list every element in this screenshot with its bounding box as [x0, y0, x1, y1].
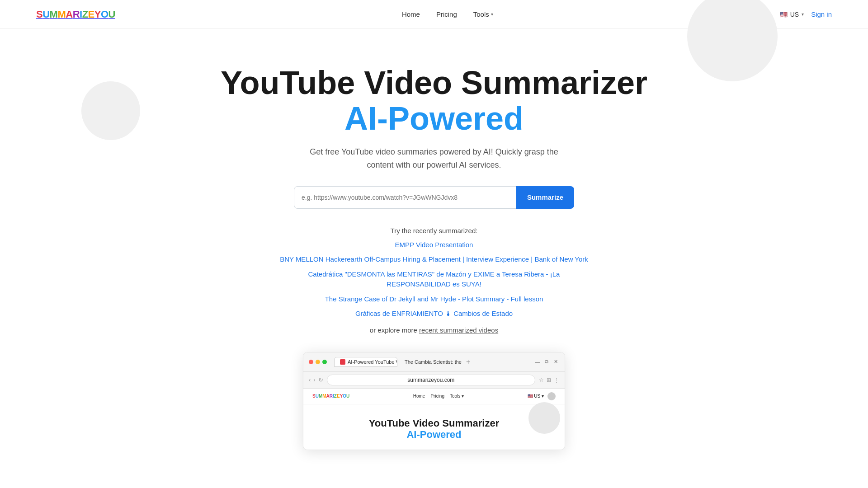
logo-letter-e: E: [88, 9, 94, 20]
maximize-window-button[interactable]: [322, 360, 327, 364]
recent-link-1[interactable]: EMPP Video Presentation: [395, 241, 473, 249]
hero-subtitle: Get free YouTube video summaries powered…: [307, 145, 561, 172]
mini-avatar: [547, 392, 556, 400]
list-item: Catedrática "DESMONTA las MENTIRAS" de M…: [276, 269, 592, 290]
forward-button[interactable]: ›: [313, 376, 315, 383]
signin-button[interactable]: Sign in: [811, 10, 832, 18]
hero-section: YouTube Video Summarizer AI-Powered Get …: [0, 29, 868, 468]
list-item: EMPP Video Presentation: [276, 240, 592, 250]
url-input[interactable]: [294, 186, 516, 209]
browser-minimize-icon[interactable]: —: [534, 358, 541, 366]
browser-action-icons: ☆ ⊞ ⋮: [539, 377, 559, 383]
recently-label: Try the recently summarized:: [276, 227, 592, 235]
list-item: Gráficas de ENFRIAMIENTO 🌡 Cambios de Es…: [276, 309, 592, 319]
logo-letter-m: M: [50, 9, 58, 20]
mini-hero-section: YouTube Video Summarizer AI-Powered: [303, 404, 565, 450]
hero-title: YouTube Video Summarizer AI-Powered: [18, 65, 850, 136]
search-container: Summarize: [294, 186, 574, 209]
new-tab-button[interactable]: +: [466, 358, 470, 366]
nav-tools-label: Tools: [473, 10, 489, 18]
logo[interactable]: SUMMARIZEYOU: [36, 9, 115, 20]
nav-right: 🇺🇸 US ▾ Sign in: [780, 10, 832, 18]
browser-menu-icon[interactable]: ⋮: [554, 377, 559, 383]
list-item: The Strange Case of Dr Jekyll and Mr Hyd…: [276, 294, 592, 305]
nav-tools[interactable]: Tools ▾: [473, 10, 493, 18]
extensions-icon[interactable]: ⊞: [547, 377, 551, 383]
address-bar-input[interactable]: summarizeyou.com: [327, 375, 535, 385]
mini-nav-right: 🇺🇸 US ▾: [528, 392, 556, 400]
tab-1-label: AI-Powered YouTube Video...: [348, 359, 397, 365]
nav-home[interactable]: Home: [402, 10, 420, 18]
hero-title-line1: YouTube Video Summarizer: [221, 65, 647, 101]
browser-restore-icon[interactable]: ⧉: [543, 358, 550, 366]
explore-more: or explore more recent summarized videos: [276, 326, 592, 334]
mini-nav-tools: Tools ▾: [450, 394, 464, 399]
mini-nav-home: Home: [413, 394, 425, 399]
minimize-window-button[interactable]: [316, 360, 320, 364]
logo-letter-u2: U: [108, 9, 115, 20]
mini-navbar: SUMMARIZEYOU Home Pricing Tools ▾ 🇺🇸 US …: [303, 389, 565, 404]
recently-summarized-section: Try the recently summarized: EMPP Video …: [276, 227, 592, 334]
mini-logo: SUMMARIZEYOU: [312, 394, 349, 399]
recent-link-3[interactable]: Catedrática "DESMONTA las MENTIRAS" de M…: [308, 270, 560, 288]
explore-more-link[interactable]: recent summarized videos: [419, 326, 498, 334]
recent-link-2[interactable]: BNY MELLON Hackerearth Off-Campus Hiring…: [280, 255, 588, 263]
browser-title-bar: AI-Powered YouTube Video... The Cambia S…: [303, 352, 565, 372]
browser-tabs: AI-Powered YouTube Video... The Cambia S…: [334, 357, 530, 367]
bookmark-icon[interactable]: ☆: [539, 377, 544, 383]
logo-letter-y: Y: [94, 9, 101, 20]
logo-letter-o: O: [101, 9, 108, 20]
locale-selector[interactable]: 🇺🇸 US ▾: [780, 11, 804, 18]
nav-links: Home Pricing Tools ▾: [402, 10, 493, 19]
logo-letter-z: Z: [82, 9, 88, 20]
mini-locale: 🇺🇸 US ▾: [528, 394, 544, 399]
browser-navigation-buttons: ‹ › ↻: [309, 376, 323, 383]
logo-letter-u: U: [42, 9, 49, 20]
browser-window-action-buttons: — ⧉ ✕: [534, 358, 559, 366]
nav-pricing[interactable]: Pricing: [436, 10, 457, 18]
mini-hero-title: YouTube Video Summarizer: [312, 418, 556, 429]
logo-letter-a: A: [66, 9, 72, 20]
mini-decorative-circle: [528, 402, 560, 434]
locale-chevron-icon: ▾: [802, 12, 804, 17]
summarize-button[interactable]: Summarize: [516, 186, 574, 209]
tab-favicon-1: [340, 359, 345, 365]
logo-letter-r: R: [73, 9, 80, 20]
browser-tab-1[interactable]: AI-Powered YouTube Video...: [334, 357, 397, 367]
recent-link-4[interactable]: The Strange Case of Dr Jekyll and Mr Hyd…: [325, 295, 543, 303]
reload-button[interactable]: ↻: [318, 376, 323, 383]
browser-window-controls: [309, 360, 327, 364]
browser-close-icon[interactable]: ✕: [552, 358, 559, 366]
mini-nav-links: Home Pricing Tools ▾: [413, 394, 464, 399]
recent-links-list: EMPP Video Presentation BNY MELLON Hacke…: [276, 240, 592, 319]
tab-2-label: The Cambia Scientist: the Cit...: [405, 359, 462, 365]
mini-page-content: SUMMARIZEYOU Home Pricing Tools ▾ 🇺🇸 US …: [303, 389, 565, 450]
browser-address-bar: ‹ › ↻ summarizeyou.com ☆ ⊞ ⋮: [303, 372, 565, 389]
browser-preview: AI-Powered YouTube Video... The Cambia S…: [303, 352, 565, 450]
close-window-button[interactable]: [309, 360, 313, 364]
recent-link-5[interactable]: Gráficas de ENFRIAMIENTO 🌡 Cambios de Es…: [355, 310, 513, 317]
mini-hero-ai-powered: AI-Powered: [312, 429, 556, 441]
mini-nav-pricing: Pricing: [430, 394, 444, 399]
navbar: SUMMARIZEYOU Home Pricing Tools ▾ 🇺🇸 US …: [0, 0, 868, 29]
chevron-down-icon: ▾: [491, 12, 493, 17]
hero-title-line2: AI-Powered: [18, 101, 850, 136]
locale-label: US: [790, 11, 799, 18]
logo-letter-s: S: [36, 9, 42, 20]
back-button[interactable]: ‹: [309, 376, 311, 383]
list-item: BNY MELLON Hackerearth Off-Campus Hiring…: [276, 254, 592, 265]
flag-icon: 🇺🇸: [780, 11, 788, 18]
logo-letter-m2: M: [57, 9, 66, 20]
browser-tab-2[interactable]: The Cambia Scientist: the Cit...: [399, 357, 462, 366]
